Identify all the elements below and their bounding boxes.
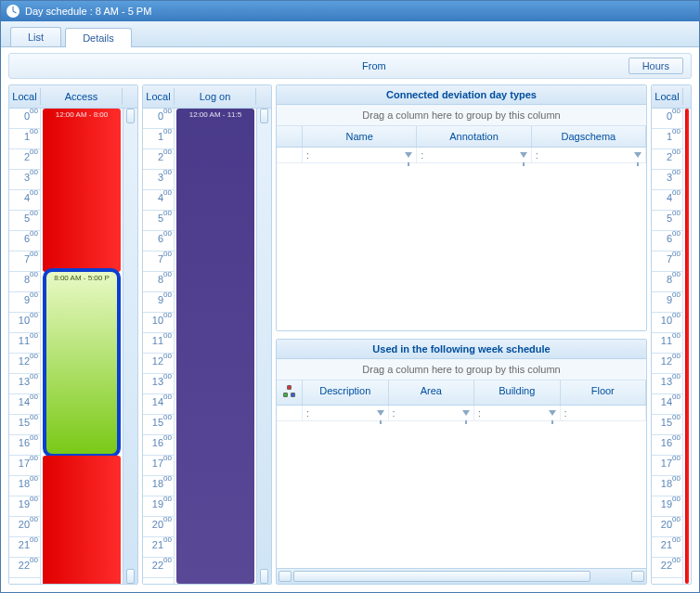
access-track[interactable]: 12:00 AM - 8:00 8:00 AM - 5:00 P <box>41 109 123 584</box>
col-building[interactable]: Building <box>474 380 561 405</box>
tab-bar: List Details <box>1 21 699 47</box>
hour-cell: 1200 <box>9 354 40 374</box>
hour-cell: 900 <box>9 292 40 313</box>
hour-cell: 300 <box>9 170 40 190</box>
hour-cell: 400 <box>652 190 682 211</box>
tab-list[interactable]: List <box>10 27 61 46</box>
logon-block-purple[interactable]: 12:00 AM - 11:5 <box>176 109 254 584</box>
tab-details[interactable]: Details <box>65 28 132 47</box>
filter-description[interactable]: : <box>303 406 389 420</box>
hour-cell: 1900 <box>9 496 40 517</box>
hour-cell: 2100 <box>652 537 682 558</box>
hour-cell: 1700 <box>9 456 40 476</box>
grid-deviation-grouphint[interactable]: Drag a column here to group by this colu… <box>277 105 646 126</box>
grid-deviation-filterrow: : : : <box>277 148 646 163</box>
hour-cell: 700 <box>652 251 682 272</box>
filter-name[interactable]: : <box>303 148 417 162</box>
timeline-right-narrow: Local 0001002003004005006007008009001000… <box>651 84 692 585</box>
hour-cell: 100 <box>652 129 682 149</box>
col-area[interactable]: Area <box>389 380 475 405</box>
hour-cell: 1100 <box>9 333 40 354</box>
funnel-icon[interactable] <box>549 410 556 416</box>
hour-cell: 1000 <box>143 313 174 333</box>
col-annotation[interactable]: Annotation <box>417 126 531 147</box>
access-block-green[interactable]: 8:00 AM - 5:00 P <box>43 268 121 458</box>
hour-cell: 500 <box>9 211 40 231</box>
hour-cell: 800 <box>652 272 682 292</box>
col-floor[interactable]: Floor <box>561 380 647 405</box>
filter-icon-col <box>277 148 303 162</box>
hour-ruler-right: 0001002003004005006007008009001000110012… <box>652 109 683 584</box>
filter-floor[interactable]: : <box>561 406 647 420</box>
hour-cell: 1300 <box>143 374 174 394</box>
funnel-icon[interactable] <box>634 152 642 158</box>
top-strip: From Hours <box>8 53 692 79</box>
hour-cell: 1600 <box>652 435 682 456</box>
hour-cell: 000 <box>9 109 40 129</box>
hour-cell: 1500 <box>9 415 40 435</box>
hour-cell: 200 <box>143 149 174 170</box>
hour-cell: 2000 <box>143 517 174 537</box>
local-label-2: Local <box>143 88 175 105</box>
scrollbar-logon[interactable] <box>256 109 271 584</box>
scrollbar-access[interactable] <box>123 109 137 584</box>
filter-building[interactable]: : <box>474 406 561 420</box>
filter-annotation[interactable]: : <box>417 148 531 162</box>
timeline-logon-header: Local Log on <box>143 85 271 109</box>
col-name[interactable]: Name <box>303 126 417 147</box>
grid-deviation-iconcol[interactable] <box>277 126 303 147</box>
hour-cell: 2000 <box>9 517 40 537</box>
hour-cell: 1900 <box>143 496 174 517</box>
hour-cell: 1300 <box>652 374 682 394</box>
hour-cell: 200 <box>652 149 682 170</box>
hour-cell: 2200 <box>9 558 40 578</box>
hour-cell: 000 <box>143 109 174 129</box>
filter-area[interactable]: : <box>389 406 475 420</box>
hour-cell: 1800 <box>9 476 40 496</box>
hour-cell: 2000 <box>652 517 682 537</box>
grid-deviation: Connected deviation day types Drag a col… <box>276 84 647 331</box>
hour-ruler-access: 0001002003004005006007008009001000110012… <box>9 109 41 584</box>
col-description[interactable]: Description <box>303 380 389 405</box>
content-pane: From Hours Local Access 0001002003004005… <box>1 47 699 592</box>
hour-cell: 1500 <box>143 415 174 435</box>
scroll-head-2 <box>256 88 271 105</box>
hour-cell: 400 <box>143 190 174 211</box>
hour-cell: 700 <box>143 251 174 272</box>
access-label: Access <box>41 88 123 105</box>
right-block-red[interactable] <box>685 109 689 584</box>
funnel-icon[interactable] <box>405 152 412 158</box>
filter-dagschema[interactable]: : <box>532 148 646 162</box>
hour-cell: 1400 <box>143 394 174 415</box>
grid-weeks-iconcol[interactable] <box>277 380 303 405</box>
hours-button[interactable]: Hours <box>629 58 683 74</box>
grid-weeks-grouphint[interactable]: Drag a column here to group by this colu… <box>277 359 646 380</box>
logon-track[interactable]: 12:00 AM - 11:5 <box>175 109 256 584</box>
hour-cell: 400 <box>9 190 40 211</box>
hour-cell: 800 <box>143 272 174 292</box>
scroll-head <box>123 88 137 105</box>
hour-cell: 500 <box>143 211 174 231</box>
panel-row: Local Access 000100200300400500600700800… <box>1 79 699 592</box>
scroll-right-icon[interactable] <box>631 571 644 582</box>
access-block-red-bottom[interactable] <box>43 456 121 584</box>
funnel-icon[interactable] <box>377 410 384 416</box>
scroll-thumb[interactable] <box>293 571 590 582</box>
hour-cell: 600 <box>9 231 40 251</box>
hour-cell: 100 <box>9 129 40 149</box>
right-track[interactable] <box>683 109 691 584</box>
funnel-icon[interactable] <box>462 410 470 416</box>
hour-cell: 1700 <box>652 456 682 476</box>
grid-weeks-headers: Description Area Building Floor <box>277 380 646 406</box>
scroll-left-icon[interactable] <box>279 571 292 582</box>
hour-cell: 1000 <box>9 313 40 333</box>
grid-weeks-hscroll[interactable] <box>277 568 646 584</box>
hour-cell: 100 <box>143 129 174 149</box>
grid-deviation-title: Connected deviation day types <box>277 85 646 105</box>
hour-cell: 600 <box>143 231 174 251</box>
col-dagschema[interactable]: Dagschema <box>532 126 646 147</box>
hour-cell: 200 <box>9 149 40 170</box>
funnel-icon[interactable] <box>520 152 527 158</box>
timeline-access: Local Access 000100200300400500600700800… <box>8 84 138 585</box>
access-block-red-top[interactable]: 12:00 AM - 8:00 <box>43 109 121 272</box>
